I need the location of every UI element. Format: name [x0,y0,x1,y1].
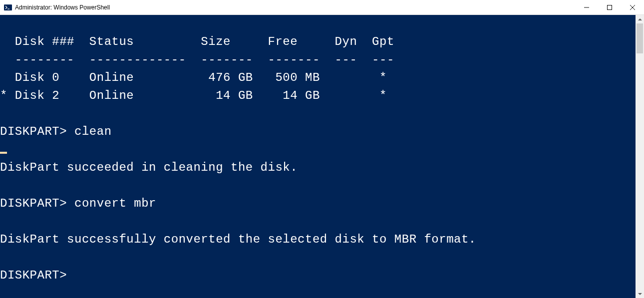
disk-table-divider: -------- ------------- ------- ------- -… [0,53,394,66]
svg-rect-3 [608,5,612,9]
maximize-button[interactable] [598,0,621,14]
table-row: Disk 0 Online 476 GB 500 MB * [0,71,387,84]
powershell-icon [4,3,12,11]
command-input: convert mbr [74,197,156,210]
cursor-artifact [0,152,7,154]
table-row: * Disk 2 Online 14 GB 14 GB * [0,89,387,102]
scrollbar-track[interactable] [636,23,644,290]
svg-marker-6 [638,18,642,20]
terminal-wrapper: Disk ### Status Size Free Dyn Gpt ------… [0,15,644,298]
close-button[interactable] [621,0,644,14]
scrollbar-down-arrow-icon[interactable] [636,290,644,298]
disk-table-header: Disk ### Status Size Free Dyn Gpt [0,35,394,48]
output-message: DiskPart successfully converted the sele… [0,233,476,246]
scrollbar-thumb[interactable] [637,23,643,53]
titlebar: Administrator: Windows PowerShell [0,0,644,15]
output-message: DiskPart succeeded in cleaning the disk. [0,161,298,174]
window-controls [575,0,644,14]
prompt: DISKPART> [0,269,74,282]
svg-rect-0 [4,4,12,10]
prompt: DISKPART> [0,197,74,210]
prompt: DISKPART> [0,125,74,138]
window-title: Administrator: Windows PowerShell [15,4,575,11]
command-input: clean [74,125,112,138]
vertical-scrollbar[interactable] [636,15,644,298]
minimize-button[interactable] [575,0,598,14]
terminal-output[interactable]: Disk ### Status Size Free Dyn Gpt ------… [0,15,636,298]
scrollbar-up-arrow-icon[interactable] [636,15,644,23]
svg-marker-7 [638,293,642,295]
